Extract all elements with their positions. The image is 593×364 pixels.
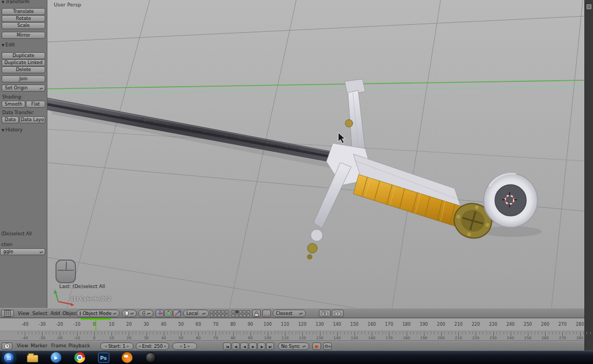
- timeline-ruler[interactable]: -40-30-20-100102030405060708090100110120…: [0, 318, 584, 331]
- current-frame-field[interactable]: ◂ 1 ▸: [172, 342, 197, 350]
- layer-toggle[interactable]: [232, 314, 235, 317]
- mode-dropdown[interactable]: Object Mode ▴▾: [76, 310, 120, 317]
- layer-toggle[interactable]: [210, 314, 213, 317]
- layer-toggle[interactable]: [210, 310, 213, 313]
- join-button[interactable]: Join: [2, 75, 45, 82]
- layer-toggle[interactable]: [221, 314, 225, 317]
- frame-tick: [379, 332, 379, 334]
- frame-tick: [504, 332, 504, 334]
- record-button[interactable]: ●: [312, 342, 321, 350]
- render-animation-button[interactable]: [332, 310, 344, 317]
- duplicate-button[interactable]: Duplicate: [2, 52, 45, 59]
- manipulator-rotate-button[interactable]: [164, 310, 172, 317]
- increment-arrow-icon[interactable]: ▸: [127, 344, 129, 348]
- viewport-shading-dropdown[interactable]: ▴▾: [122, 310, 137, 317]
- frame-tick: [375, 332, 376, 334]
- taskbar-photoshop-button[interactable]: Ps: [97, 352, 109, 363]
- layer-toggle[interactable]: [247, 314, 250, 317]
- edit-panel-header[interactable]: ▼Edit: [2, 42, 15, 47]
- frame-start-field[interactable]: ◂ Start: 1 ▸: [100, 342, 134, 350]
- editor-type-button[interactable]: [1, 310, 14, 317]
- layer-toggle[interactable]: [235, 314, 239, 317]
- expand-region-icon[interactable]: [587, 4, 591, 9]
- layer-toggle[interactable]: [218, 310, 221, 313]
- shade-smooth-button[interactable]: Smooth: [2, 101, 25, 108]
- history-panel-header[interactable]: ▼History: [2, 127, 23, 132]
- timeline-scroll-band[interactable]: -40-30-20-100102030405060708090100110120…: [0, 331, 584, 341]
- decrement-arrow-icon[interactable]: ◂: [180, 344, 182, 348]
- properties-region-edge[interactable]: [584, 0, 593, 351]
- scale-button[interactable]: Scale: [2, 22, 45, 29]
- layer-toggle[interactable]: [239, 310, 242, 313]
- frame-tick: [209, 332, 210, 334]
- duplicate-linked-button[interactable]: Duplicate Linked: [2, 59, 45, 66]
- layer-toggle[interactable]: [232, 310, 235, 313]
- layer-toggle[interactable]: [214, 310, 217, 313]
- layer-toggle[interactable]: [239, 314, 242, 317]
- layer-toggle[interactable]: [214, 314, 217, 317]
- taskbar-chrome-button[interactable]: [74, 352, 86, 363]
- taskbar-media-player-button[interactable]: ▶: [50, 352, 62, 363]
- keying-set-button[interactable]: [323, 342, 332, 350]
- timeline-editor-type-button[interactable]: [2, 342, 12, 350]
- rotate-button[interactable]: Rotate: [2, 15, 45, 22]
- play-reverse-button[interactable]: ◀: [240, 342, 248, 350]
- viewport-header: View Select Add Object Object Mode ▴▾ ▴▾…: [0, 308, 584, 318]
- increment-arrow-icon[interactable]: ▸: [188, 344, 190, 348]
- jump-to-end-button[interactable]: ▶|: [266, 342, 274, 350]
- snap-target-dropdown[interactable]: Closest ▴▾: [273, 310, 306, 317]
- timeline-menu-view[interactable]: View: [15, 341, 30, 351]
- taskbar-blender-button[interactable]: [121, 352, 133, 363]
- layer-toggle[interactable]: [221, 310, 225, 313]
- set-origin-dropdown[interactable]: Set Origin▴▾: [2, 85, 45, 92]
- timeline-playhead[interactable]: [95, 318, 96, 331]
- data-layout-button[interactable]: Data Layo: [19, 116, 45, 123]
- decrement-arrow-icon[interactable]: ◂: [104, 344, 107, 348]
- frame-label: 190: [420, 322, 428, 327]
- layer-toggle[interactable]: [225, 310, 228, 313]
- viewport-3d[interactable]: non nobis domine, non nobis, sed nomini …: [47, 0, 584, 308]
- frame-tick: [525, 332, 525, 334]
- layer-toggle[interactable]: [243, 314, 246, 317]
- snap-toggle-button[interactable]: [262, 310, 271, 317]
- data-button[interactable]: Data: [2, 116, 19, 123]
- frame-end-field[interactable]: ◂ End: 250 ▸: [136, 342, 169, 350]
- jump-to-start-button[interactable]: |◀: [223, 342, 231, 350]
- timeline-menu-frame[interactable]: Frame: [50, 341, 68, 351]
- transform-orientation-dropdown[interactable]: Local ▴▾: [183, 310, 209, 317]
- start-button[interactable]: ⊞: [3, 352, 15, 363]
- menu-add[interactable]: Add: [49, 309, 61, 319]
- frame-tick: [368, 332, 369, 334]
- menu-select[interactable]: Select: [31, 309, 49, 319]
- mirror-button[interactable]: Mirror: [2, 32, 45, 39]
- playback-controls: |◀◀|◀▶|▶▶|: [223, 342, 274, 350]
- menu-view[interactable]: View: [16, 309, 31, 319]
- taskbar-browser-button[interactable]: [145, 352, 157, 363]
- translate-button[interactable]: Translate: [2, 8, 45, 15]
- render-opengl-button[interactable]: [319, 310, 331, 317]
- shade-flat-button[interactable]: Flat: [26, 101, 45, 108]
- layer-toggle[interactable]: [247, 310, 250, 313]
- lock-to-scene-button[interactable]: [252, 310, 261, 317]
- manipulator-translate-button[interactable]: [156, 310, 164, 317]
- previous-keyframe-button[interactable]: ◀|: [232, 342, 240, 350]
- transform-panel-header[interactable]: ▼Transform: [2, 0, 30, 4]
- next-keyframe-button[interactable]: |▶: [257, 342, 266, 350]
- taskbar-explorer-button[interactable]: [26, 352, 38, 363]
- sync-mode-dropdown[interactable]: No Sync ▴▾: [278, 342, 309, 350]
- frame-tick: [400, 332, 400, 334]
- timeline-menu-playback[interactable]: Playback: [67, 341, 92, 351]
- pivot-point-dropdown[interactable]: ▴▾: [138, 310, 154, 317]
- redo-toggle-dropdown[interactable]: ggle▴▾: [0, 248, 45, 255]
- layer-toggle[interactable]: [235, 310, 239, 313]
- layer-toggle[interactable]: [218, 314, 221, 317]
- decrement-arrow-icon[interactable]: ◂: [138, 344, 141, 348]
- play-button[interactable]: ▶: [249, 342, 257, 350]
- delete-button[interactable]: Delete: [2, 66, 45, 73]
- frame-tick: [171, 332, 171, 334]
- timeline-menu-marker[interactable]: Marker: [29, 341, 49, 351]
- layer-toggle[interactable]: [225, 314, 228, 317]
- layer-toggle[interactable]: [243, 310, 246, 313]
- manipulator-scale-button[interactable]: [173, 310, 181, 317]
- increment-arrow-icon[interactable]: ▸: [164, 344, 166, 348]
